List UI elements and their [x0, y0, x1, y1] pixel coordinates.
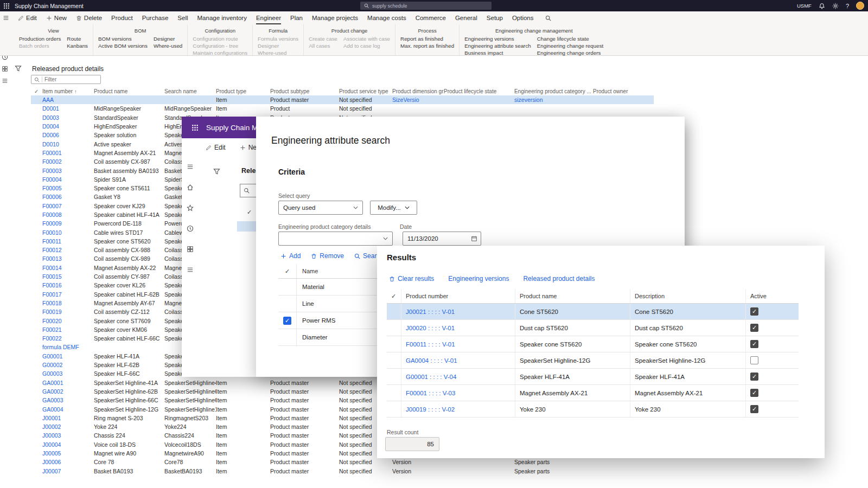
- cell-item-number[interactable]: J00003: [42, 432, 94, 439]
- cell-item-number[interactable]: F00005: [42, 185, 94, 191]
- workspaces-icon[interactable]: [187, 246, 194, 253]
- bell-icon[interactable]: [819, 3, 825, 9]
- row-select-cell[interactable]: [387, 385, 401, 401]
- attribute-checkbox-cell[interactable]: [278, 312, 297, 329]
- select-all-checkmark[interactable]: ✓: [31, 88, 42, 94]
- menu-manage-costs[interactable]: Manage costs: [367, 11, 406, 24]
- menubar-search-icon[interactable]: [545, 15, 551, 21]
- ribbon-item[interactable]: Add to case log: [343, 43, 390, 49]
- result-row[interactable]: G00001 : : : : V-04 Speaker HLF-41A Spea…: [387, 369, 799, 385]
- col-header-active[interactable]: Active: [746, 289, 799, 303]
- active-checkbox[interactable]: [750, 405, 758, 413]
- popup-edit-button[interactable]: Edit: [206, 144, 226, 151]
- cell-item-number[interactable]: J00002: [42, 423, 94, 430]
- ribbon-item[interactable]: Business impact: [464, 50, 531, 56]
- calendar-icon[interactable]: [471, 235, 477, 242]
- date-input[interactable]: 11/13/2020: [403, 232, 481, 246]
- cell-item-number[interactable]: F00007: [42, 203, 94, 209]
- ribbon-item[interactable]: BOM versions: [98, 36, 148, 42]
- menu-options[interactable]: Options: [512, 11, 534, 24]
- avatar[interactable]: [856, 2, 864, 10]
- waffle-icon[interactable]: [3, 3, 10, 9]
- ribbon-item[interactable]: Max. report as finished: [400, 43, 454, 49]
- cell-item-number[interactable]: J00001: [42, 415, 94, 421]
- home-icon[interactable]: [187, 184, 194, 191]
- ribbon-item[interactable]: Where-used: [154, 43, 182, 49]
- cell-eng-category[interactable]: Speaker parts: [514, 459, 593, 465]
- cell-dimension-group[interactable]: Version: [392, 459, 444, 465]
- col-header-description[interactable]: Description: [630, 289, 746, 303]
- menu-sell[interactable]: Sell: [177, 11, 188, 24]
- table-row[interactable]: J00006 Core 78 Core78 Item Product maste…: [31, 458, 654, 466]
- cell-product-number[interactable]: F00011 : : : : V-01: [401, 336, 515, 352]
- ribbon-item[interactable]: Designer: [258, 43, 298, 49]
- menu-engineer[interactable]: Engineer: [256, 11, 281, 24]
- ribbon-item[interactable]: Change lifecycle state: [537, 36, 604, 42]
- hamburger-icon[interactable]: [187, 163, 194, 170]
- col-header-dimension-group[interactable]: Product dimension gr...: [392, 88, 444, 94]
- col-header-product-type[interactable]: Product type: [216, 88, 270, 94]
- ribbon-item[interactable]: Report as finished: [400, 36, 454, 42]
- attribute-checkbox-cell[interactable]: [278, 329, 297, 345]
- menu-delete[interactable]: Delete: [76, 11, 102, 24]
- result-row[interactable]: F00001 : : : : V-03 Magnet Assembly AX-2…: [387, 385, 799, 401]
- cell-item-number[interactable]: D0004: [42, 123, 94, 130]
- cell-dimension-group[interactable]: SizeVersio: [392, 97, 444, 103]
- ribbon-item[interactable]: Configuration - tree: [193, 43, 247, 49]
- modules-icon[interactable]: [187, 266, 194, 273]
- help-icon[interactable]: ?: [846, 3, 849, 9]
- row-select-cell[interactable]: [387, 401, 401, 417]
- table-row[interactable]: AAA Item Product master Not specified Si…: [31, 95, 654, 104]
- active-checkbox[interactable]: [750, 389, 758, 397]
- cell-item-number[interactable]: F00022: [42, 335, 94, 342]
- cell-item-number[interactable]: GA0004: [42, 406, 94, 413]
- col-header-product-number[interactable]: Product number: [401, 289, 515, 303]
- cell-item-number[interactable]: F00016: [42, 282, 94, 288]
- col-header-product-name[interactable]: Product name: [94, 88, 164, 94]
- cell-item-number[interactable]: formula DEMF: [42, 344, 94, 350]
- cell-product-number[interactable]: GA0004 : : : : V-01: [401, 352, 515, 368]
- add-button[interactable]: Add: [280, 252, 301, 260]
- cell-item-number[interactable]: GA0002: [42, 388, 94, 395]
- row-select-cell[interactable]: [387, 320, 401, 336]
- cell-item-number[interactable]: GA0001: [42, 380, 94, 386]
- cell-item-number[interactable]: GA0003: [42, 397, 94, 403]
- cell-item-number[interactable]: D0010: [42, 141, 94, 147]
- cell-product-number[interactable]: J00020 : : : : V-01: [401, 320, 515, 336]
- ribbon-item[interactable]: Engineering change request: [537, 43, 604, 49]
- cell-item-number[interactable]: F00006: [42, 194, 94, 200]
- cell-eng-category[interactable]: sizeversion: [514, 97, 593, 103]
- ribbon-item[interactable]: Production orders: [19, 36, 61, 42]
- cell-item-number[interactable]: J00004: [42, 441, 94, 448]
- row-select-cell[interactable]: [387, 352, 401, 368]
- row-select-cell[interactable]: [387, 369, 401, 384]
- menu-manage-inventory[interactable]: Manage inventory: [197, 11, 247, 24]
- select-all-checkmark[interactable]: ✓: [278, 264, 297, 278]
- workspaces-icon[interactable]: [2, 66, 8, 72]
- ribbon-item[interactable]: Configuration route: [193, 36, 247, 42]
- ribbon-item[interactable]: Engineering attribute search: [464, 43, 531, 49]
- cell-item-number[interactable]: F00015: [42, 273, 94, 280]
- col-header-name[interactable]: Name: [297, 268, 318, 274]
- cell-item-number[interactable]: F00014: [42, 265, 94, 271]
- row-select-cell[interactable]: [387, 304, 401, 319]
- cell-item-number[interactable]: F00019: [42, 309, 94, 315]
- result-row[interactable]: F00011 : : : : V-01 Speaker cone ST5620 …: [387, 336, 799, 352]
- attribute-checkbox-cell[interactable]: [278, 296, 297, 312]
- filter-pane-icon[interactable]: [15, 65, 22, 72]
- ribbon-item[interactable]: Active BOM versions: [98, 43, 148, 49]
- active-checkbox[interactable]: [750, 356, 758, 364]
- cell-item-number[interactable]: F00004: [42, 176, 94, 183]
- row-select-cell[interactable]: [387, 336, 401, 352]
- modules-icon[interactable]: [2, 78, 8, 84]
- select-all-checkmark[interactable]: ✓: [387, 289, 401, 303]
- table-row[interactable]: J00007 Basket BA0193 BasketBA0193 Item P…: [31, 466, 654, 475]
- menu-plan[interactable]: Plan: [290, 11, 303, 24]
- col-header-product-subtype[interactable]: Product subtype: [270, 88, 339, 94]
- cell-item-number[interactable]: F00008: [42, 211, 94, 218]
- active-checkbox[interactable]: [750, 373, 758, 381]
- ribbon-item[interactable]: Designer: [154, 36, 182, 42]
- ribbon-item[interactable]: Route: [67, 36, 88, 42]
- result-row[interactable]: J00020 : : : : V-01 Dust cap ST5620 Dust…: [387, 320, 799, 336]
- menu-edit[interactable]: Edit: [18, 11, 37, 24]
